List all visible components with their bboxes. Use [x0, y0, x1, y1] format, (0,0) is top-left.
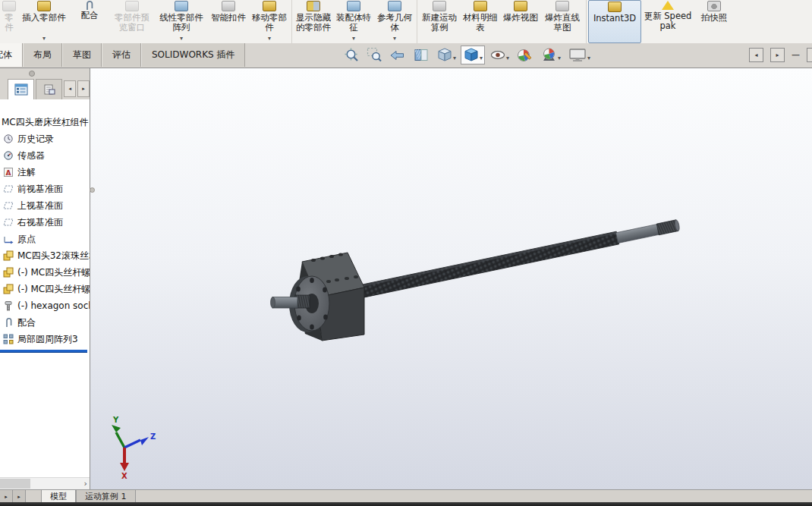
- toolbar-separator: [586, 0, 587, 43]
- minimize-button[interactable]: —: [792, 50, 800, 60]
- tree-item-hexagon-socket-screw[interactable]: (-) hexagon socket: [0, 297, 90, 314]
- tab-scroll-last-button[interactable]: ▸: [13, 490, 26, 503]
- tab-solidworks-addins[interactable]: SOLIDWORKS 插件: [141, 43, 245, 67]
- tree-item-ballscrew-part[interactable]: MC四头32滚珠丝杠: [0, 247, 90, 264]
- collapse-right-button[interactable]: ▸: [770, 48, 785, 62]
- part-icon: [3, 250, 14, 261]
- update-speedpak-icon: [662, 1, 674, 10]
- show-hidden-components-button[interactable]: 显示隐藏的零部件: [294, 0, 333, 43]
- triad-y-label: Y: [112, 416, 119, 424]
- zoom-to-area-button[interactable]: [364, 46, 385, 64]
- tab-evaluate[interactable]: 评估: [102, 43, 141, 67]
- model-tab[interactable]: 模型: [41, 490, 76, 503]
- tree-item-local-circular-pattern[interactable]: 局部圆周阵列3: [0, 331, 90, 347]
- exploded-view-button[interactable]: 爆炸视图: [501, 0, 540, 43]
- tree-item-history[interactable]: 历史记录: [0, 130, 90, 147]
- scrollbar-right-arrow[interactable]: ›: [84, 478, 87, 489]
- assembly-features-button[interactable]: 装配体特征 ▾: [333, 0, 374, 43]
- tree-item-screw-nut-part-2[interactable]: (-) MC四头丝杆螺母: [0, 281, 90, 297]
- dropdown-caret[interactable]: ▾: [558, 55, 561, 63]
- tab-scroll-first-button[interactable]: ▸: [0, 490, 13, 503]
- explode-line-sketch-button[interactable]: 爆炸直线草图: [540, 0, 584, 43]
- collapse-left-button[interactable]: ◂: [749, 48, 763, 62]
- take-snapshot-button[interactable]: 拍快照: [694, 0, 734, 43]
- tree-item-front-plane[interactable]: 前视基准面: [0, 181, 90, 197]
- sensors-icon: [3, 150, 14, 161]
- tree-item-annotations[interactable]: A 注解: [0, 164, 90, 181]
- panel-splitter-grip[interactable]: [90, 187, 95, 193]
- ballscrew-assembly-model[interactable]: Y Z X: [90, 68, 812, 489]
- tree-item-screw-nut-part-1[interactable]: (-) MC四头丝杆螺母: [0, 264, 90, 281]
- dropdown-caret[interactable]: ▾: [480, 55, 483, 63]
- monitor-icon: [568, 47, 587, 63]
- command-manager-tabs: 装配体 布局 草图 评估 SOLIDWORKS 插件: [0, 43, 245, 67]
- rollback-bar[interactable]: [0, 350, 87, 353]
- tree-item-sensors[interactable]: 传感器: [0, 147, 90, 164]
- insert-component-button[interactable]: 插入零部件 ▾: [18, 0, 70, 43]
- eye-icon: [489, 47, 506, 63]
- edit-appearance-button[interactable]: [514, 46, 536, 64]
- tree-horizontal-scrollbar[interactable]: ›: [0, 477, 90, 489]
- mate-button[interactable]: 配合: [70, 0, 109, 43]
- zoom-to-fit-button[interactable]: [341, 46, 362, 64]
- view-orientation-button[interactable]: ▾: [434, 46, 458, 64]
- tree-item-origin[interactable]: 原点: [0, 231, 90, 247]
- tree-item-mates[interactable]: 配合: [0, 314, 90, 331]
- model-tabs-bar: ▸ ▸ 模型 运动算例 1: [0, 489, 812, 503]
- instant3d-button[interactable]: Instant3D: [588, 0, 641, 43]
- feature-manager-panel: ◂ ▸ MC四头磨床丝杠组件 历史记录 传感器 A 注解 前视基准面: [0, 68, 90, 489]
- apply-scene-button[interactable]: ▾: [538, 46, 563, 64]
- move-component-icon: [263, 1, 276, 11]
- dropdown-caret[interactable]: ▾: [180, 36, 183, 43]
- property-manager-tab[interactable]: [36, 79, 62, 99]
- dropdown-caret[interactable]: ▾: [42, 36, 46, 43]
- feature-tree-tab[interactable]: [8, 79, 34, 99]
- mates-icon: [3, 317, 14, 328]
- hide-show-items-button[interactable]: ▾: [487, 46, 511, 64]
- dropdown-caret[interactable]: ▾: [393, 36, 396, 43]
- dropdown-caret[interactable]: ▾: [352, 36, 355, 43]
- display-style-button[interactable]: ▾: [461, 46, 485, 64]
- restore-button[interactable]: [807, 48, 812, 62]
- update-speedpak-button[interactable]: 更新 Speedpak: [641, 0, 694, 43]
- dropdown-caret[interactable]: ▾: [268, 36, 271, 43]
- tab-layout[interactable]: 布局: [23, 43, 62, 67]
- edit-appearance-icon: [516, 47, 533, 63]
- status-strip: [0, 502, 812, 506]
- tree-item-right-plane[interactable]: 右视基准面: [0, 214, 90, 231]
- previous-view-button[interactable]: [387, 46, 408, 64]
- smart-fasteners-button[interactable]: 智能扣件: [208, 0, 249, 43]
- dropdown-caret[interactable]: ▾: [506, 55, 509, 63]
- toolbar-separator: [417, 0, 417, 43]
- display-style-icon: [463, 47, 480, 63]
- panel-scroll-left-button[interactable]: ◂: [64, 80, 76, 97]
- move-component-button[interactable]: 移动零部件 ▾: [249, 0, 290, 43]
- tree-item-assembly-root[interactable]: MC四头磨床丝杠组件: [0, 114, 90, 130]
- plane-icon: [3, 217, 14, 228]
- tree-item-top-plane[interactable]: 上视基准面: [0, 197, 90, 214]
- panel-tab-strip: ◂ ▸: [0, 77, 90, 99]
- bill-of-materials-button[interactable]: 材料明细表: [460, 0, 501, 43]
- view-settings-button[interactable]: ▾: [565, 46, 593, 64]
- new-motion-study-button[interactable]: 新建运动算例: [419, 0, 460, 43]
- linear-component-pattern-button[interactable]: 线性零部件阵列 ▾: [155, 0, 208, 43]
- stub-shaft[interactable]: [271, 295, 310, 308]
- section-view-button[interactable]: [411, 46, 432, 64]
- triad-z-label: Z: [150, 432, 156, 441]
- tab-sketch[interactable]: 草图: [62, 43, 102, 67]
- circular-pattern-icon: [3, 334, 14, 344]
- screw-shaft[interactable]: [357, 218, 681, 298]
- reference-geometry-icon: [388, 1, 401, 11]
- dropdown-caret[interactable]: ▾: [453, 55, 456, 63]
- motion-study-tab[interactable]: 运动算例 1: [76, 490, 136, 503]
- reference-triad: Y Z X: [112, 416, 156, 480]
- panel-scroll-right-button[interactable]: ▸: [77, 80, 90, 97]
- panel-grip-dot[interactable]: [29, 71, 35, 77]
- graphics-viewport[interactable]: Y Z X: [90, 68, 812, 489]
- feature-tree: MC四头磨床丝杠组件 历史记录 传感器 A 注解 前视基准面 上视基准面: [0, 99, 90, 353]
- dropdown-caret[interactable]: ▾: [587, 55, 590, 63]
- scrollbar-thumb[interactable]: [0, 479, 30, 489]
- new-motion-study-icon: [433, 1, 446, 11]
- tab-assembly[interactable]: 装配体: [0, 43, 23, 67]
- reference-geometry-button[interactable]: 参考几何体 ▾: [374, 0, 415, 43]
